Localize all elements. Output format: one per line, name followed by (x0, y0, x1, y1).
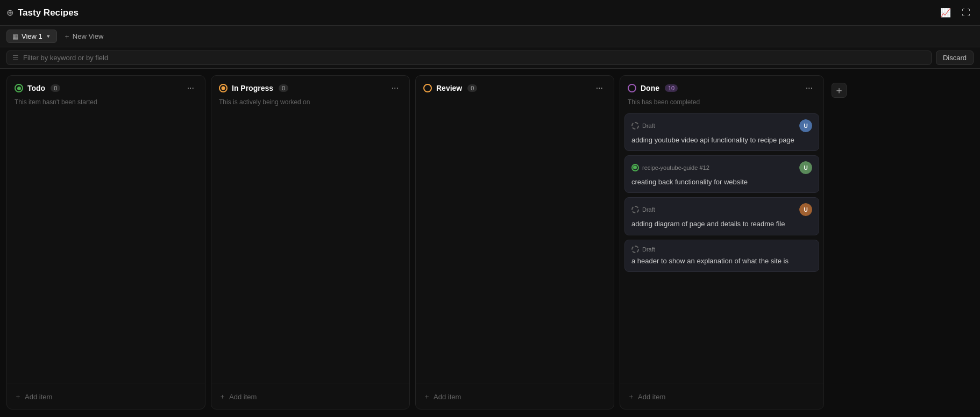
card-title: adding diagram of page and details to re… (631, 219, 812, 229)
card-top: recipe-youtube-guide #12 U (631, 161, 812, 174)
column-count-in-progress: 0 (279, 84, 288, 92)
column-footer-todo: ＋ Add item (7, 384, 205, 409)
card-card-3[interactable]: Draft U adding diagram of page and detai… (624, 197, 819, 235)
plus-icon: ＋ (423, 392, 430, 401)
table-icon: ▦ (12, 33, 18, 40)
column-title-todo: Todo (27, 84, 45, 92)
add-item-label: Add item (25, 393, 52, 401)
card-top: Draft U (631, 119, 812, 132)
plus-icon: ＋ (15, 392, 22, 401)
status-dot-done (628, 84, 636, 92)
draft-icon (631, 122, 639, 130)
add-item-button-in-progress[interactable]: ＋ Add item (219, 390, 257, 404)
card-status-label: Draft (642, 123, 655, 129)
column-footer-in-progress: ＋ Add item (211, 384, 409, 409)
column-menu-done[interactable]: ··· (803, 82, 816, 94)
card-title: creating back functionality for website (631, 177, 812, 187)
plus-icon: ＋ (219, 392, 226, 401)
column-footer-done: ＋ Add item (620, 384, 823, 409)
draft-icon (631, 206, 639, 213)
column-count-review: 0 (467, 84, 477, 92)
column-menu-todo[interactable]: ··· (184, 82, 197, 94)
view1-tab[interactable]: ▦ View 1 ▾ (6, 30, 57, 43)
column-body-review (416, 97, 614, 384)
add-item-label: Add item (229, 393, 257, 401)
filter-input[interactable] (23, 54, 926, 62)
tabs-bar: ▦ View 1 ▾ ＋ New View (0, 26, 980, 47)
column-done: Done 10 ··· This has been completed Draf… (620, 75, 824, 409)
column-body-in-progress (211, 111, 409, 384)
card-avatar: U (799, 161, 812, 174)
card-top: Draft U (631, 203, 812, 216)
card-status-row: Draft (631, 246, 655, 253)
column-desc-in-progress: This is actively being worked on (211, 97, 409, 111)
card-title: adding youtube video api functionality t… (631, 135, 812, 145)
status-dot-review (423, 84, 432, 92)
card-status-label: Draft (642, 246, 655, 253)
card-card-1[interactable]: Draft U adding youtube video api functio… (624, 113, 819, 151)
card-status-row: Draft (631, 206, 655, 213)
column-menu-review[interactable]: ··· (593, 82, 606, 94)
card-status-label: Draft (642, 206, 655, 213)
column-desc-todo: This item hasn't been started (7, 97, 205, 111)
top-bar-left: ⊕ Tasty Recipes (6, 8, 79, 18)
plus-icon: ＋ (628, 392, 635, 401)
plus-icon: ＋ (63, 32, 70, 41)
add-column-button[interactable]: ＋ (832, 83, 847, 98)
top-bar: ⊕ Tasty Recipes 📈 ⛶ (0, 0, 980, 26)
column-count-done: 10 (665, 84, 678, 92)
chart-icon-button[interactable]: 📈 (937, 5, 954, 20)
column-header-review: Review 0 ··· (416, 76, 614, 97)
column-title-review: Review (436, 84, 462, 92)
column-title-done: Done (641, 84, 659, 92)
column-footer-review: ＋ Add item (416, 384, 614, 409)
card-top: Draft (631, 246, 812, 253)
filter-bar: ☰ Discard (0, 47, 980, 69)
column-menu-in-progress[interactable]: ··· (388, 82, 402, 94)
new-view-button[interactable]: ＋ New View (59, 30, 108, 44)
add-item-button-done[interactable]: ＋ Add item (628, 390, 665, 404)
column-review: Review 0 ··· ＋ Add item (415, 75, 614, 409)
card-avatar: U (799, 203, 812, 216)
add-column-area: ＋ (829, 75, 847, 409)
add-item-label: Add item (434, 393, 461, 401)
discard-button[interactable]: Discard (936, 51, 974, 65)
card-card-4[interactable]: Draft a header to show an explanation of… (624, 240, 819, 272)
board: Todo 0 ··· This item hasn't been started… (0, 69, 980, 416)
card-status-label: recipe-youtube-guide #12 (642, 164, 709, 171)
column-body-done: Draft U adding youtube video api functio… (620, 111, 823, 384)
add-item-button-todo[interactable]: ＋ Add item (15, 390, 52, 404)
filter-icon: ☰ (12, 54, 19, 62)
card-title: a header to show an explanation of what … (631, 256, 812, 266)
tab-label: View 1 (22, 32, 42, 40)
app-title: Tasty Recipes (18, 8, 79, 18)
add-item-button-review[interactable]: ＋ Add item (423, 390, 461, 404)
expand-icon-button[interactable]: ⛶ (958, 6, 974, 20)
add-item-label: Add item (638, 393, 665, 401)
column-body-todo (7, 111, 205, 384)
column-count-todo: 0 (51, 84, 60, 92)
top-bar-right: 📈 ⛶ (937, 5, 974, 20)
filter-input-wrap: ☰ (6, 51, 932, 65)
new-view-label: New View (73, 32, 104, 40)
column-in-progress: In Progress 0 ··· This is actively being… (211, 75, 410, 409)
card-status-row: Draft (631, 122, 655, 130)
card-avatar: U (799, 119, 812, 132)
status-dot-todo (15, 84, 23, 92)
column-header-todo: Todo 0 ··· (7, 76, 205, 97)
globe-icon: ⊕ (6, 8, 13, 18)
column-todo: Todo 0 ··· This item hasn't been started… (6, 75, 205, 409)
done-small-icon (631, 164, 639, 171)
status-dot-inprogress (219, 84, 228, 92)
column-header-done: Done 10 ··· (620, 76, 823, 97)
column-title-in-progress: In Progress (232, 84, 273, 92)
card-card-2[interactable]: recipe-youtube-guide #12 U creating back… (624, 155, 819, 193)
card-status-row: recipe-youtube-guide #12 (631, 164, 709, 171)
draft-icon (631, 246, 639, 253)
column-header-in-progress: In Progress 0 ··· (211, 76, 409, 97)
tab-dropdown-button[interactable]: ▾ (46, 33, 51, 40)
column-desc-done: This has been completed (620, 97, 823, 111)
